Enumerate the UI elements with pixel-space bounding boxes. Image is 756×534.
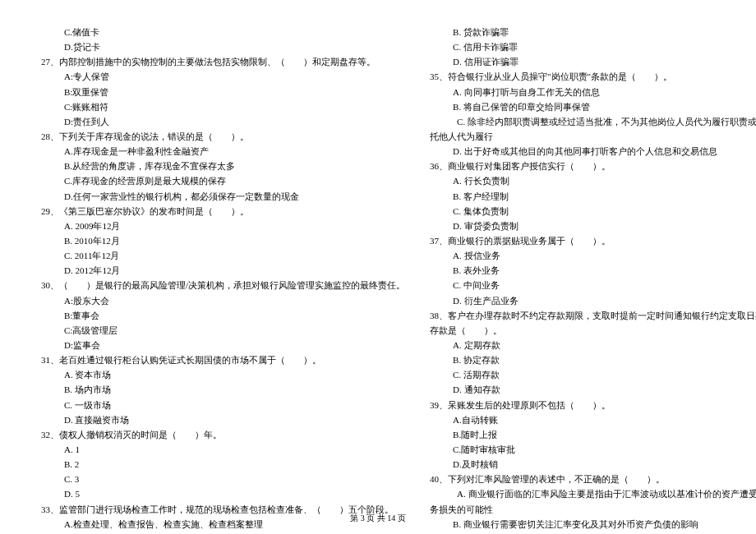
text-line: 35、符合银行业从业人员操守"岗位职责"条款的是（ ）。 bbox=[430, 69, 756, 84]
text-line: C. 活期存款 bbox=[430, 367, 756, 382]
text-line: B.随时上报 bbox=[430, 427, 756, 442]
text-line: A.自动转账 bbox=[430, 412, 756, 427]
text-line: 40、下列对汇率风险管理的表述中，不正确的是（ ）。 bbox=[430, 472, 756, 486]
text-line: 30、（ ）是银行的最高风险管理/决策机构，承担对银行风险管理实施监控的最终责任… bbox=[41, 278, 405, 292]
text-line: C.库存现金的经营原则是最大规模的保存 bbox=[41, 173, 405, 188]
text-line: 39、呆账发生后的处理原则不包括（ ）。 bbox=[430, 398, 756, 412]
text-line: A. 资本市场 bbox=[41, 367, 405, 382]
text-line: 36、商业银行对集团客户授信实行（ ）。 bbox=[430, 159, 756, 173]
text-line: B:双重保管 bbox=[41, 85, 405, 99]
text-line: 29、《第三版巴塞尔协议》的发布时间是（ ）。 bbox=[41, 204, 405, 219]
text-line: B. 协定存款 bbox=[430, 352, 756, 367]
text-line: D. 2012年12月 bbox=[41, 263, 405, 278]
text-line: D. 通知存款 bbox=[430, 382, 756, 397]
text-line: D.贷记卡 bbox=[41, 39, 405, 54]
text-line: A. 行长负责制 bbox=[430, 173, 756, 188]
right-column: B. 贷款诈骗罪C. 信用卡诈骗罪D. 信用证诈骗罪35、符合银行业从业人员操守… bbox=[430, 25, 756, 534]
text-line: B. 场内市场 bbox=[41, 382, 405, 397]
text-line: B. 表外业务 bbox=[430, 263, 756, 278]
text-line: C. 集体负责制 bbox=[430, 204, 756, 219]
text-line: C. 除非经内部职责调整或经过适当批准，不为其他岗位人员代为履行职责或将本人工作… bbox=[430, 114, 756, 144]
text-line: 38、客户在办理存款时不约定存款期限，支取时提前一定时间通知银行约定支取日期和支… bbox=[430, 308, 756, 338]
text-line: B. 客户经理制 bbox=[430, 189, 756, 204]
text-line: C. 中间业务 bbox=[430, 278, 756, 292]
text-line: 27、内部控制措施中的实物控制的主要做法包括实物限制、（ ）和定期盘存等。 bbox=[41, 54, 405, 69]
text-line: C. 3 bbox=[41, 472, 405, 486]
text-line: 37、商业银行的票据贴现业务属于（ ）。 bbox=[430, 233, 756, 248]
text-line: D. 信用证诈骗罪 bbox=[430, 54, 756, 69]
text-line: B. 2 bbox=[41, 457, 405, 472]
text-line: D. 审贷委负责制 bbox=[430, 219, 756, 233]
text-line: D. 5 bbox=[41, 486, 405, 501]
text-line: 28、下列关于库存现金的说法，错误的是（ ）。 bbox=[41, 129, 405, 144]
text-line: B. 2010年12月 bbox=[41, 233, 405, 248]
text-line: D:监事会 bbox=[41, 338, 405, 352]
text-line: B:董事会 bbox=[41, 308, 405, 323]
text-line: D.任何一家营业性的银行机构，都必须保存一定数量的现金 bbox=[41, 189, 405, 204]
text-line: A. 2009年12月 bbox=[41, 219, 405, 233]
page-footer: 第 3 页 共 14 页 bbox=[0, 513, 756, 524]
left-column: C.储值卡D.贷记卡27、内部控制措施中的实物控制的主要做法包括实物限制、（ ）… bbox=[41, 25, 405, 534]
text-line: B.从经营的角度讲，库存现金不宜保存太多 bbox=[41, 159, 405, 173]
text-line: D:责任到人 bbox=[41, 114, 405, 129]
text-line: D. 直接融资市场 bbox=[41, 412, 405, 427]
text-line: C. 2011年12月 bbox=[41, 248, 405, 263]
text-line: A:股东大会 bbox=[41, 293, 405, 308]
text-line: C. 一级市场 bbox=[41, 398, 405, 412]
text-line: 31、老百姓通过银行柜台认购凭证式长期国债的市场不属于（ ）。 bbox=[41, 352, 405, 367]
text-line: 32、债权人撤销权消灭的时间是（ ）年。 bbox=[41, 427, 405, 442]
text-line: C.随时审核审批 bbox=[430, 442, 756, 457]
text-line: A. 定期存款 bbox=[430, 338, 756, 352]
text-line: A. 授信业务 bbox=[430, 248, 756, 263]
text-line: C.储值卡 bbox=[41, 25, 405, 39]
text-line: A:专人保管 bbox=[41, 69, 405, 84]
text-line: D. 出于好奇或其他目的向其他同事打听客户的个人信息和交易信息 bbox=[430, 144, 756, 159]
text-line: C. 信用卡诈骗罪 bbox=[430, 39, 756, 54]
text-line: A. 向同事打听与自身工作无关的信息 bbox=[430, 85, 756, 99]
text-line: C:高级管理层 bbox=[41, 323, 405, 338]
text-line: D.及时核销 bbox=[430, 457, 756, 472]
text-line: C:账账相符 bbox=[41, 99, 405, 114]
text-line: B. 贷款诈骗罪 bbox=[430, 25, 756, 39]
text-line: B. 将自己保管的印章交给同事保管 bbox=[430, 99, 756, 114]
text-line: A. 1 bbox=[41, 442, 405, 457]
text-line: A.库存现金是一种非盈利性金融资产 bbox=[41, 144, 405, 159]
text-line: D. 衍生产品业务 bbox=[430, 293, 756, 308]
